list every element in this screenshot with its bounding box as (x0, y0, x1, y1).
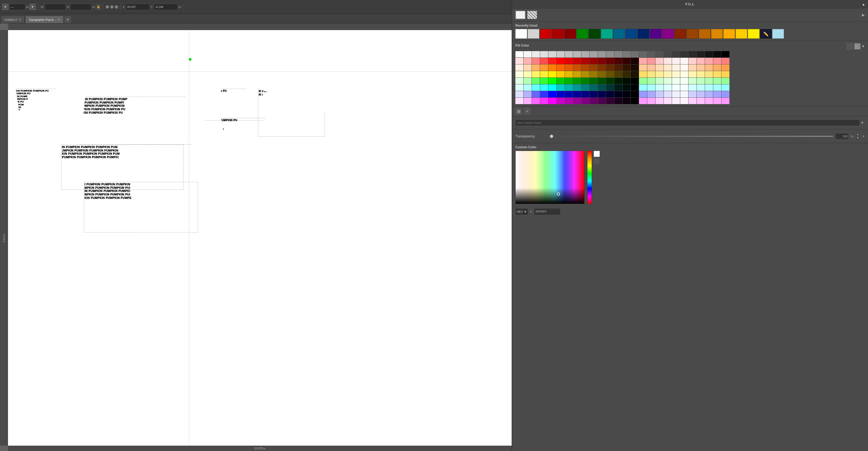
swatch-o16[interactable] (639, 64, 647, 71)
transparency-slider[interactable] (544, 136, 833, 137)
swatch-r2[interactable] (524, 58, 532, 64)
lock-icon[interactable]: 🔒 (96, 4, 101, 9)
swatch-m4[interactable] (540, 98, 548, 104)
swatch-black[interactable] (721, 51, 730, 57)
swatch-o24[interactable] (705, 64, 713, 71)
swatch-m22[interactable] (688, 98, 696, 104)
swatch-b26[interactable] (721, 91, 730, 97)
swatch-99[interactable] (598, 51, 606, 57)
swatch-r21[interactable] (680, 58, 688, 64)
swatch-b9[interactable] (581, 91, 589, 97)
swatch-b24[interactable] (705, 91, 713, 97)
tab-typographic-close[interactable]: ✕ (57, 18, 60, 22)
swatch-b23[interactable] (697, 91, 705, 97)
swatch-r23[interactable] (697, 58, 705, 64)
transparency-close[interactable]: ✕ (862, 135, 865, 138)
swatch-b5[interactable] (548, 91, 556, 97)
swatch-g3[interactable] (532, 78, 540, 84)
swatch-m3[interactable] (532, 98, 540, 104)
swatch-m15[interactable] (631, 98, 639, 104)
swatch-o19[interactable] (664, 64, 672, 71)
swatch-g10[interactable] (590, 78, 597, 84)
swatch-c25[interactable] (713, 84, 721, 91)
swatch-r8[interactable] (573, 58, 581, 64)
swatch-c2[interactable] (524, 84, 532, 91)
swatch-o23[interactable] (697, 64, 705, 71)
swatch-r10[interactable] (590, 58, 597, 64)
swatch-c23[interactable] (697, 84, 705, 91)
swatch-c17[interactable] (647, 84, 655, 91)
swatch-ad[interactable] (581, 51, 589, 57)
swatch-r12[interactable] (606, 58, 614, 64)
recent-swatch-3[interactable] (552, 29, 564, 38)
swatch-b2[interactable] (524, 91, 532, 97)
swatch-y13[interactable] (614, 71, 622, 78)
swatch-c4[interactable] (540, 84, 548, 91)
recent-swatch-15[interactable] (699, 29, 711, 38)
swatch-y25[interactable] (713, 71, 721, 78)
swatch-o2[interactable] (524, 64, 532, 71)
swatch-g13[interactable] (614, 78, 622, 84)
swatch-y26[interactable] (721, 71, 730, 78)
swatch-cc[interactable] (557, 51, 565, 57)
swatch-c13[interactable] (614, 84, 622, 91)
transparency-down[interactable]: ▼ (856, 136, 860, 140)
swatch-5c[interactable] (647, 51, 655, 57)
swatch-c22[interactable] (688, 84, 696, 91)
swatch-7a[interactable] (623, 51, 630, 57)
swatch-y22[interactable] (688, 71, 696, 78)
swatch-b11[interactable] (598, 91, 606, 97)
swatch-g12[interactable] (606, 78, 614, 84)
recent-swatch-last[interactable] (772, 29, 784, 38)
swatch-y12[interactable] (606, 71, 614, 78)
swatch-29[interactable] (688, 51, 696, 57)
swatch-g14[interactable] (623, 78, 630, 84)
swatch-33[interactable] (680, 51, 688, 57)
swatch-1f[interactable] (697, 51, 705, 57)
swatch-m11[interactable] (598, 98, 606, 104)
add-palette-button[interactable]: + (860, 120, 865, 126)
recent-swatch-10[interactable] (638, 29, 649, 38)
solid-color-button[interactable] (516, 11, 525, 19)
swatch-r4[interactable] (540, 58, 548, 64)
tab-untitled2-close[interactable]: ✕ (19, 18, 21, 22)
recent-swatch-14[interactable] (687, 29, 698, 38)
swatch-g22[interactable] (688, 78, 696, 84)
swatch-y23[interactable] (697, 71, 705, 78)
flip-icon[interactable]: ⊕ (115, 4, 118, 9)
stroke-width-input[interactable] (9, 4, 25, 10)
swatch-b7[interactable] (565, 91, 573, 97)
swatch-b4[interactable] (540, 91, 548, 97)
swatch-c20[interactable] (672, 84, 680, 91)
swatch-g23[interactable] (697, 78, 705, 84)
swatch-m16[interactable] (639, 98, 647, 104)
swatch-r18[interactable] (655, 58, 663, 64)
swatch-52[interactable] (655, 51, 663, 57)
swatch-c11[interactable] (598, 84, 606, 91)
swatch-y16[interactable] (639, 71, 647, 78)
align-icon[interactable]: ⊕ (110, 4, 114, 9)
swatch-white[interactable] (516, 51, 523, 57)
swatch-g25[interactable] (713, 78, 721, 84)
swatch-c19[interactable] (664, 84, 672, 91)
dark-swatch[interactable] (594, 158, 600, 165)
fill-color-type-solid[interactable] (847, 43, 853, 50)
shape-hat-1[interactable]: IN PUMPKIN PU IN IM (205, 89, 263, 121)
swatch-c5[interactable] (548, 84, 556, 91)
swatch-b16[interactable] (639, 91, 647, 97)
swatch-y14[interactable] (623, 71, 630, 78)
document-canvas[interactable]: WPKIN PUMPKIN PUMPKIN PU IN PUMPKIN PU M… (8, 30, 512, 446)
swatch-o10[interactable] (590, 64, 597, 71)
palette-add-button[interactable]: + (524, 108, 530, 114)
swatch-o13[interactable] (614, 64, 622, 71)
swatch-c3[interactable] (532, 84, 540, 91)
expand-panel-button[interactable]: ◀ (512, 220, 512, 231)
recent-swatch-16[interactable] (711, 29, 723, 38)
swatch-b6[interactable] (557, 91, 565, 97)
swatch-m21[interactable] (680, 98, 688, 104)
swatch-c10[interactable] (590, 84, 597, 91)
swatch-g7[interactable] (565, 78, 573, 84)
swatch-r24[interactable] (705, 58, 713, 64)
swatch-g5[interactable] (548, 78, 556, 84)
swatch-m12[interactable] (606, 98, 614, 104)
